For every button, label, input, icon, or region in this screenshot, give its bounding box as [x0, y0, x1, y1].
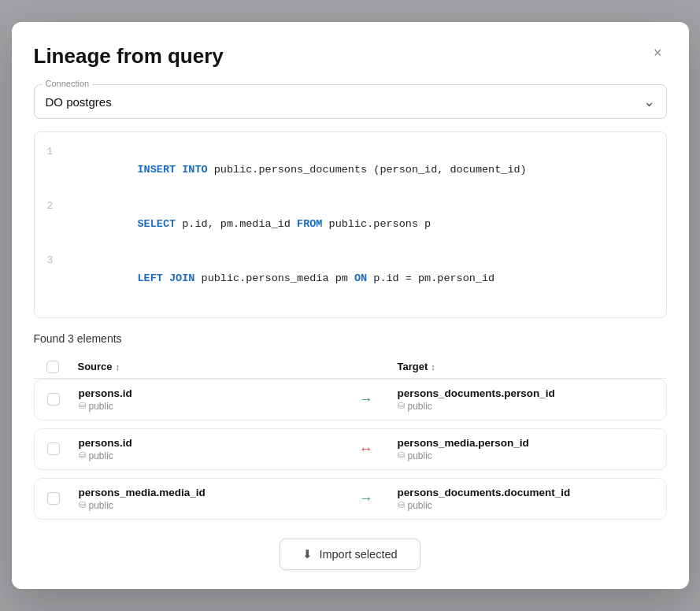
keyword-leftjoin: LEFT JOIN: [138, 272, 195, 284]
import-selected-button[interactable]: ⬇ Import selected: [280, 539, 420, 570]
sql-code-3: LEFT JOIN public.persons_media pm ON p.i…: [74, 252, 495, 306]
row-2-source-name: persons.id: [79, 437, 335, 449]
import-button-section: ⬇ Import selected: [34, 528, 667, 570]
target-sort-icon[interactable]: ↕: [431, 362, 435, 372]
row-3-checkbox[interactable]: [47, 492, 60, 505]
row-1-check-col: [47, 393, 79, 405]
row-2-check-col: [47, 443, 79, 455]
modal: Lineage from query × Connection DO postg…: [12, 22, 689, 588]
source-label: Source: [78, 361, 113, 372]
header-checkbox-col: [46, 361, 78, 373]
arrow-green-icon: →: [359, 491, 373, 506]
sql-editor[interactable]: 1 INSERT INTO public.persons_documents (…: [34, 131, 667, 317]
modal-header: Lineage from query ×: [34, 44, 667, 69]
connection-wrapper: Connection DO postgres ⌄: [34, 84, 667, 119]
row-2-arrow: ↔: [335, 441, 398, 457]
row-3-source-schema: ⛁ public: [79, 500, 335, 511]
target-column-header: Target ↕: [398, 361, 654, 372]
import-icon: ⬇: [302, 547, 313, 561]
target-label: Target: [398, 361, 428, 372]
connection-value: DO postgres: [46, 95, 112, 109]
schema-icon: ⛁: [398, 450, 405, 461]
row-3-check-col: [47, 492, 79, 505]
arrow-red-icon: ↔: [359, 441, 373, 457]
close-button[interactable]: ×: [649, 44, 667, 61]
row-1-target-name: persons_documents.person_id: [398, 387, 654, 399]
row-2-target: persons_media.person_id ⛁ public: [398, 437, 654, 461]
line-number-2: 2: [47, 198, 63, 215]
schema-icon: ⛁: [398, 401, 405, 411]
row-2-source-schema: ⛁ public: [79, 450, 335, 461]
row-1-source: persons.id ⛁ public: [79, 387, 335, 412]
table-header: Source ↕ Target ↕: [34, 356, 667, 379]
row-1-arrow: →: [335, 391, 398, 408]
table-row: persons.id ⛁ public → persons_documents.…: [34, 379, 667, 420]
schema-icon: ⛁: [398, 500, 405, 510]
row-2-target-schema: ⛁ public: [398, 450, 654, 461]
found-elements-label: Found 3 elements: [34, 332, 667, 345]
line-number-3: 3: [47, 252, 63, 269]
modal-overlay: Lineage from query × Connection DO postg…: [0, 0, 700, 611]
sql-code-1: INSERT INTO public.persons_documents (pe…: [74, 143, 527, 198]
row-3-source: persons_media.media_id ⛁ public: [79, 487, 335, 511]
source-column-header: Source ↕: [78, 361, 335, 372]
row-3-arrow: →: [335, 491, 398, 507]
sql-code-2: SELECT p.id, pm.media_id FROM public.per…: [74, 198, 431, 252]
keyword-insert: INSERT INTO: [138, 164, 208, 176]
row-3-target-schema: ⛁ public: [398, 500, 654, 511]
keyword-on: ON: [354, 272, 367, 284]
sql-line-2: 2 SELECT p.id, pm.media_id FROM public.p…: [47, 198, 654, 252]
line-number-1: 1: [47, 143, 63, 161]
source-sort-icon[interactable]: ↕: [116, 362, 120, 372]
keyword-select: SELECT: [138, 218, 176, 230]
schema-icon: ⛁: [79, 500, 86, 510]
modal-title: Lineage from query: [34, 44, 224, 69]
sql-line-1: 1 INSERT INTO public.persons_documents (…: [47, 143, 654, 198]
table-row: persons_media.media_id ⛁ public → person…: [34, 478, 667, 520]
sql-line-3: 3 LEFT JOIN public.persons_media pm ON p…: [47, 252, 654, 306]
table-row: persons.id ⛁ public ↔ persons_media.pers…: [34, 428, 667, 470]
row-1-source-schema: ⛁ public: [79, 401, 335, 412]
row-3-source-name: persons_media.media_id: [79, 487, 335, 498]
chevron-down-icon: ⌄: [643, 93, 655, 110]
row-2-source: persons.id ⛁ public: [79, 437, 335, 461]
keyword-from: FROM: [297, 218, 322, 230]
row-1-target: persons_documents.person_id ⛁ public: [398, 387, 654, 412]
schema-icon: ⛁: [79, 401, 86, 411]
row-1-checkbox[interactable]: [47, 393, 60, 405]
connection-label: Connection: [43, 79, 93, 88]
connection-section: Connection DO postgres ⌄: [34, 84, 667, 119]
row-1-source-name: persons.id: [79, 387, 335, 399]
row-2-checkbox[interactable]: [47, 443, 60, 455]
row-3-target-name: persons_documents.document_id: [398, 487, 654, 498]
row-1-target-schema: ⛁ public: [398, 401, 654, 412]
connection-dropdown[interactable]: DO postgres ⌄: [46, 93, 655, 110]
row-3-target: persons_documents.document_id ⛁ public: [398, 487, 654, 511]
import-button-label: Import selected: [319, 548, 397, 561]
arrow-green-icon: →: [359, 391, 373, 407]
table-rows-container: persons.id ⛁ public → persons_documents.…: [34, 379, 667, 528]
row-2-target-name: persons_media.person_id: [398, 437, 654, 449]
schema-icon: ⛁: [79, 450, 86, 461]
select-all-checkbox[interactable]: [46, 361, 59, 373]
